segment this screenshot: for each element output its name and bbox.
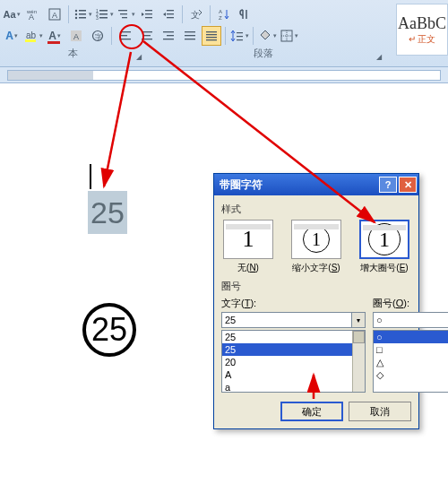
svg-rect-44	[185, 31, 195, 32]
phonetic-guide-button[interactable]: wénA	[23, 4, 43, 24]
style-preview-text: AaBbC	[398, 14, 446, 33]
font-dialog-launcher[interactable]: ◢	[136, 53, 142, 61]
dialog-titlebar[interactable]: 带圈字符 ? ✕	[214, 174, 418, 195]
sort-button[interactable]: AZ	[214, 4, 234, 24]
list-item[interactable]: A	[222, 368, 365, 381]
text-column: 文字(T): ▾ 25 25 20 A a	[221, 297, 366, 393]
text-effects-button[interactable]: A▾	[2, 26, 22, 46]
svg-text:A: A	[219, 9, 222, 14]
svg-rect-5	[79, 10, 86, 12]
ring-input[interactable]	[373, 312, 448, 328]
text-caret	[90, 164, 91, 189]
align-distribute-button[interactable]	[202, 26, 221, 46]
separator	[111, 27, 112, 45]
ribbon-group-labels: 本◢ 段落◢	[2, 47, 446, 63]
list-item[interactable]: □	[374, 343, 448, 356]
svg-text:A: A	[73, 32, 79, 41]
svg-point-4	[74, 10, 76, 12]
shading-button[interactable]: ▾	[257, 26, 277, 46]
svg-rect-7	[79, 13, 86, 15]
list-item[interactable]: △	[374, 356, 448, 368]
separator	[68, 5, 69, 23]
dialog-button-row: 确定 取消	[221, 402, 411, 421]
svg-rect-52	[237, 36, 243, 37]
align-center-button[interactable]	[137, 26, 157, 46]
enclose-characters-button[interactable]: 字	[88, 26, 108, 46]
style-preview-label: ↵ 正文	[409, 33, 436, 46]
separator	[253, 27, 254, 45]
ring-listbox[interactable]: ○ □ △ ◇	[373, 330, 448, 393]
align-right-button[interactable]	[159, 26, 178, 46]
svg-rect-46	[185, 39, 195, 39]
document-area[interactable]: 25 25 带圈字符 ? ✕ 样式 1 无(N) 1 缩小文字(S) 1	[0, 83, 448, 493]
svg-rect-45	[185, 35, 195, 36]
svg-rect-39	[143, 35, 151, 36]
ruler-area	[0, 67, 448, 83]
svg-rect-43	[163, 39, 174, 39]
multilevel-list-button[interactable]: ▾	[116, 4, 135, 24]
text-listbox[interactable]: 25 25 20 A a	[221, 330, 366, 393]
font-color-button[interactable]: A ▾	[45, 26, 65, 46]
svg-rect-53	[237, 39, 243, 40]
dialog-close-button[interactable]: ✕	[399, 177, 417, 193]
svg-text:A: A	[29, 13, 34, 22]
svg-rect-9	[79, 17, 86, 19]
svg-text:字: 字	[95, 33, 102, 41]
ring-combo[interactable]: ▾	[373, 312, 448, 328]
text-input[interactable]	[221, 312, 351, 328]
style-section-label: 样式	[221, 203, 411, 216]
style-options-row: 1 无(N) 1 缩小文字(S) 1 增大圈号(E)	[221, 220, 411, 274]
style-normal-preview[interactable]: AaBbC ↵ 正文	[396, 4, 448, 56]
text-direction-button[interactable]: 文	[186, 4, 206, 24]
list-item[interactable]: 25	[222, 343, 365, 356]
horizontal-ruler[interactable]	[7, 70, 441, 81]
svg-text:3: 3	[96, 15, 99, 21]
style-option-shrink[interactable]: 1 缩小文字(S)	[289, 220, 343, 274]
enclose-characters-dialog: 带圈字符 ? ✕ 样式 1 无(N) 1 缩小文字(S) 1 增大圈号(E)	[213, 173, 419, 429]
svg-text:ab: ab	[26, 30, 37, 40]
svg-rect-20	[145, 13, 152, 14]
ok-button[interactable]: 确定	[280, 402, 343, 421]
svg-rect-36	[120, 35, 127, 36]
text-list-scrollbar[interactable]	[352, 331, 365, 392]
paragraph-dialog-launcher[interactable]: ◢	[376, 53, 382, 61]
text-label: 文字(T):	[221, 297, 366, 310]
dialog-help-button[interactable]: ?	[379, 177, 397, 193]
bullets-button[interactable]: ▾	[73, 4, 92, 24]
svg-rect-51	[237, 32, 243, 33]
align-left-button[interactable]	[116, 26, 135, 46]
list-item[interactable]: 25	[222, 331, 365, 343]
list-item[interactable]: 20	[222, 356, 365, 368]
highlight-button[interactable]: ab▾	[23, 26, 43, 46]
ribbon: Aa▾ wénA A ▾ 123▾ ▾ 文 AZ	[0, 0, 448, 67]
paragraph-group-label: 段落◢	[143, 47, 383, 63]
borders-button[interactable]: ▾	[279, 26, 298, 46]
list-item[interactable]: a	[222, 381, 365, 393]
character-border-button[interactable]: A	[45, 4, 65, 24]
ring-column: 圈号(O): ▾ ○ □ △ ◇	[373, 297, 448, 393]
list-item[interactable]: ◇	[374, 368, 448, 381]
style-option-none[interactable]: 1 无(N)	[221, 220, 275, 274]
svg-text:Z: Z	[219, 15, 222, 21]
line-spacing-button[interactable]: ▾	[229, 26, 249, 46]
list-item[interactable]: ○	[374, 331, 448, 343]
numbering-button[interactable]: 123▾	[94, 4, 114, 24]
dialog-title: 带圈字符	[220, 177, 263, 193]
character-shading-button[interactable]: A	[66, 26, 86, 46]
align-justify-button[interactable]	[180, 26, 200, 46]
show-hide-marks-button[interactable]	[236, 4, 255, 24]
selected-text-25[interactable]: 25	[88, 191, 127, 234]
change-case-button[interactable]: Aa▾	[2, 4, 22, 24]
svg-rect-35	[120, 31, 131, 32]
svg-rect-30	[47, 41, 60, 44]
ring-label: 圈号(O):	[373, 297, 448, 310]
decrease-indent-button[interactable]	[137, 4, 157, 24]
style-option-enlarge[interactable]: 1 增大圈号(E)	[358, 220, 411, 274]
increase-indent-button[interactable]	[159, 4, 178, 24]
svg-rect-17	[120, 13, 127, 14]
cancel-button[interactable]: 取消	[349, 402, 411, 421]
text-combo[interactable]: ▾	[221, 312, 366, 328]
text-combo-dropdown[interactable]: ▾	[351, 312, 366, 328]
svg-rect-29	[25, 39, 36, 42]
separator	[182, 5, 183, 23]
